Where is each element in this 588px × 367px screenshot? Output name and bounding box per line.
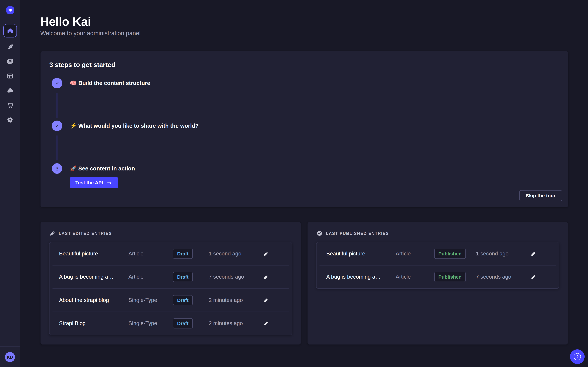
entry-time: 1 second ago: [471, 250, 527, 257]
onboarding-steps: 🧠 Build the content structure ⚡ What wou…: [40, 78, 568, 174]
status-badge: Draft: [173, 318, 193, 328]
sidebar: KD: [0, 0, 20, 367]
sidebar-item-home[interactable]: [3, 24, 17, 38]
admin-dashboard: KD Hello Kai Welcome to your administrat…: [0, 0, 588, 367]
onboarding-step-2: ⚡ What would you like to share with the …: [40, 121, 568, 131]
last-published-entries-widget: LAST PUBLISHED ENTRIES Beautiful picture…: [308, 222, 568, 344]
edit-entry-button[interactable]: [261, 272, 271, 282]
home-icon: [6, 27, 14, 34]
entries-table: Beautiful picture Article Published 1 se…: [316, 242, 559, 289]
feather-icon: [6, 43, 14, 50]
edit-entry-button[interactable]: [528, 272, 538, 282]
strapi-logo-icon: [7, 8, 13, 13]
sidebar-item-cloud[interactable]: [5, 85, 15, 96]
page-subtitle: Welcome to your administration panel: [40, 30, 141, 37]
table-row[interactable]: Beautiful picture Article Published 1 se…: [317, 242, 559, 265]
onboarding-step-1: 🧠 Build the content structure: [40, 78, 568, 88]
step-3-number: 3: [56, 166, 59, 172]
skip-tour-button[interactable]: Skip the tour: [519, 190, 562, 201]
step-3-label: 🚀 See content in action: [70, 165, 135, 172]
pencil-icon: [49, 230, 55, 236]
layout-icon: [6, 72, 14, 80]
entry-time: 1 second ago: [204, 250, 260, 257]
entry-type: Article: [128, 250, 162, 257]
edit-entry-button[interactable]: [261, 248, 271, 259]
entry-type: Article: [128, 274, 162, 280]
step-2-done-check-icon: [52, 121, 62, 131]
status-badge: Draft: [173, 272, 193, 282]
sidebar-item-content-manager[interactable]: [5, 42, 15, 52]
widget-title-row: LAST EDITED ENTRIES: [49, 230, 301, 236]
media-library-icon: [6, 58, 14, 65]
status-badge: Published: [434, 248, 466, 259]
table-row[interactable]: About the strapi blog Single-Type Draft …: [49, 289, 292, 311]
edit-entry-button[interactable]: [528, 248, 538, 259]
last-edited-entries-widget: LAST EDITED ENTRIES Beautiful picture Ar…: [40, 222, 301, 344]
entry-time: 2 minutes ago: [204, 297, 260, 303]
step-1-label: 🧠 Build the content structure: [70, 80, 150, 86]
status-badge: Draft: [173, 248, 193, 259]
arrow-right-icon: [106, 180, 112, 186]
status-badge: Published: [434, 272, 466, 282]
entry-title: A bug is becoming a…: [326, 274, 396, 280]
sidebar-divider: [0, 20, 20, 20]
step-connector: [57, 92, 58, 118]
main-content: Hello Kai Welcome to your administration…: [20, 0, 588, 367]
pencil-icon: [263, 297, 269, 303]
entry-title: A bug is becoming a…: [59, 274, 129, 280]
status-badge: Draft: [173, 295, 193, 305]
pencil-icon: [263, 274, 269, 279]
sidebar-item-content-type-builder[interactable]: [5, 71, 15, 81]
entry-title: Beautiful picture: [326, 250, 396, 257]
onboarding-title: 3 steps to get started: [49, 61, 568, 69]
strapi-logo-button[interactable]: [6, 6, 14, 14]
table-row[interactable]: A bug is becoming a… Article Draft 7 sec…: [49, 265, 292, 288]
gear-icon: [6, 116, 14, 124]
entry-type: Article: [396, 274, 429, 280]
pencil-icon: [263, 320, 269, 326]
sidebar-item-media-library[interactable]: [5, 56, 15, 67]
widget-title: LAST PUBLISHED ENTRIES: [326, 231, 389, 235]
sidebar-item-settings[interactable]: [5, 115, 15, 125]
sidebar-item-marketplace[interactable]: [5, 100, 15, 110]
entry-type: Single-Type: [128, 320, 162, 326]
test-api-button[interactable]: Test the API: [70, 177, 118, 188]
entries-table: Beautiful picture Article Draft 1 second…: [49, 242, 292, 335]
check-circle-icon: [317, 230, 323, 236]
table-row[interactable]: Beautiful picture Article Draft 1 second…: [49, 242, 292, 265]
entry-title: About the strapi blog: [59, 297, 129, 303]
edit-entry-button[interactable]: [261, 318, 271, 328]
step-2-label: ⚡ What would you like to share with the …: [70, 123, 199, 129]
step-3-number-badge: 3: [52, 163, 62, 174]
entry-type: Article: [396, 250, 429, 257]
widget-title: LAST EDITED ENTRIES: [59, 231, 112, 235]
entry-title: Beautiful picture: [59, 250, 129, 257]
user-avatar[interactable]: KD: [5, 352, 15, 362]
pencil-icon: [263, 251, 269, 256]
edit-entry-button[interactable]: [261, 295, 271, 305]
pencil-icon: [530, 274, 536, 279]
onboarding-card: 3 steps to get started 🧠 Build the conte…: [40, 51, 568, 207]
cloud-icon: [6, 87, 14, 94]
table-row[interactable]: Strapi Blog Single-Type Draft 2 minutes …: [49, 312, 292, 334]
entry-time: 2 minutes ago: [204, 320, 260, 326]
page-title: Hello Kai: [40, 15, 91, 29]
entry-type: Single-Type: [128, 297, 162, 303]
step-connector: [57, 135, 58, 161]
widget-title-row: LAST PUBLISHED ENTRIES: [317, 230, 568, 236]
step-1-done-check-icon: [52, 78, 62, 88]
entry-time: 7 seconds ago: [204, 274, 260, 280]
pencil-icon: [530, 251, 536, 256]
entry-title: Strapi Blog: [59, 320, 129, 326]
table-row[interactable]: A bug is becoming a… Article Published 7…: [317, 265, 559, 288]
help-button[interactable]: ?: [570, 349, 585, 364]
test-api-label: Test the API: [75, 180, 103, 185]
cart-icon: [6, 101, 14, 109]
onboarding-step-3: 3 🚀 See content in action: [40, 163, 568, 174]
sidebar-nav: [3, 24, 17, 125]
sidebar-footer: KD: [0, 346, 20, 367]
sidebar-footer-divider: [0, 346, 20, 347]
entry-time: 7 seconds ago: [471, 274, 527, 280]
question-mark-icon: ?: [574, 353, 581, 360]
